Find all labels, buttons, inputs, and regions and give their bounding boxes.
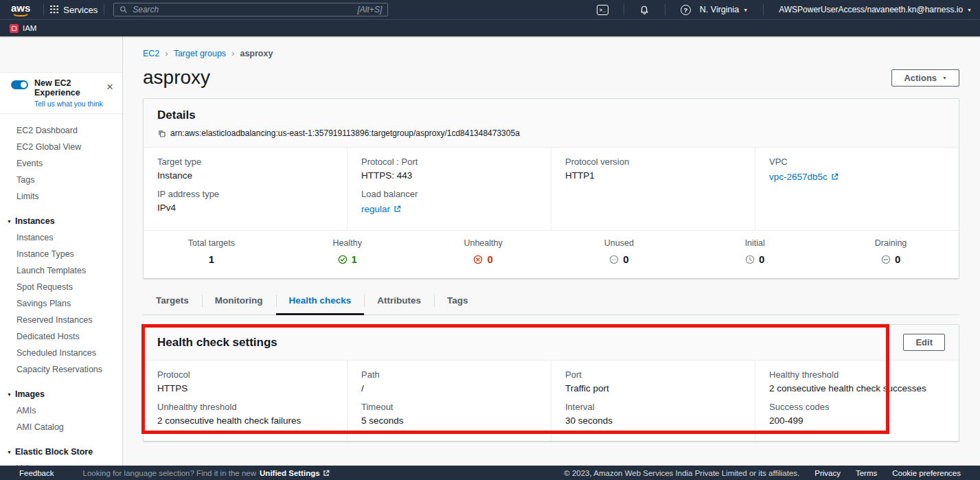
status-unused: Unused0 — [551, 238, 687, 265]
details-card-header: Details arn:aws:elasticloadbalancing:us-… — [144, 99, 959, 148]
region-selector[interactable]: N. Virginia ▼ — [700, 5, 748, 14]
field-label: Port — [565, 369, 741, 380]
status-count: 0 — [487, 253, 492, 265]
divider — [104, 4, 104, 15]
status-unhealthy: Unhealthy0 — [415, 238, 551, 265]
chevron-down-icon: ▼ — [967, 8, 972, 12]
feedback-link[interactable]: Feedback — [19, 469, 54, 477]
health-check-grid: ProtocolHTTPSUnhealthy threshold2 consec… — [144, 361, 959, 441]
services-menu-button[interactable]: Services — [50, 5, 98, 15]
field-port: PortTraffic port — [565, 369, 741, 393]
field-label: Target type — [157, 157, 333, 167]
notifications-bell-icon[interactable] — [639, 5, 650, 15]
footer-link-privacy[interactable]: Privacy — [814, 469, 841, 477]
field-column: Target typeInstanceIP address typeIPv4 — [144, 148, 347, 230]
external-link-icon — [831, 173, 839, 181]
sidebar-section-label: Images — [15, 389, 45, 399]
search-bar[interactable]: [Alt+S] — [113, 3, 388, 16]
chevron-down-icon: ▼ — [942, 76, 947, 80]
sidebar-section-label: Instances — [15, 216, 55, 226]
search-input[interactable] — [133, 5, 352, 14]
status-count: 1 — [352, 253, 357, 265]
external-link-icon — [323, 470, 330, 477]
breadcrumb-separator-icon: › — [231, 48, 234, 58]
tab-targets[interactable]: Targets — [143, 288, 202, 315]
clock-icon — [745, 255, 755, 264]
tell-us-link[interactable]: Tell us what you think — [34, 100, 113, 108]
cloudshell-icon[interactable]: >_ — [597, 5, 608, 15]
sidebar-section-elastic-block-store[interactable]: ▼Elastic Block Store — [0, 444, 122, 460]
breadcrumb-target-groups[interactable]: Target groups — [174, 49, 226, 58]
unified-settings-link[interactable]: Unified Settings — [260, 469, 330, 477]
edit-button[interactable]: Edit — [903, 334, 945, 351]
favorites-item-iam[interactable]: IAM — [10, 24, 36, 33]
sidebar-item-events[interactable]: Events — [0, 155, 122, 172]
tab-health-checks[interactable]: Health checks — [276, 288, 365, 315]
field-vpc: VPCvpc-2657db5c — [769, 157, 945, 183]
tab-attributes[interactable]: Attributes — [364, 288, 434, 315]
sidebar-item-ami-catalog[interactable]: AMI Catalog — [0, 419, 122, 435]
sidebar-section-label: Elastic Block Store — [15, 447, 93, 457]
status-count: 1 — [209, 253, 214, 265]
field-label: VPC — [769, 157, 945, 167]
tab-monitoring[interactable]: Monitoring — [202, 288, 276, 315]
sidebar-item-scheduled-instances[interactable]: Scheduled Instances — [0, 345, 122, 361]
sidebar-item-instance-types[interactable]: Instance Types — [0, 246, 122, 262]
sidebar-item-spot-requests[interactable]: Spot Requests — [0, 279, 122, 295]
search-icon — [119, 5, 128, 14]
field-value-link[interactable]: vpc-2657db5c — [769, 172, 839, 182]
help-icon[interactable]: ? — [681, 5, 691, 15]
chevron-down-icon: ▼ — [743, 8, 748, 12]
sidebar-item-amis[interactable]: AMIs — [0, 402, 122, 419]
new-experience-toggle[interactable] — [11, 80, 28, 89]
sidebar-section-images[interactable]: ▼Images — [0, 386, 122, 402]
sidebar-item-tags[interactable]: Tags — [0, 172, 122, 188]
iam-service-icon — [10, 24, 19, 33]
details-title: Details — [157, 108, 945, 122]
aws-logo[interactable]: aws — [7, 1, 37, 19]
divider — [624, 4, 624, 15]
footer: Feedback Looking for language selection?… — [0, 466, 980, 480]
breadcrumb-ec2[interactable]: EC2 — [143, 49, 159, 58]
copy-icon[interactable] — [157, 129, 166, 138]
sidebar-item-reserved-instances[interactable]: Reserved Instances — [0, 312, 122, 328]
sidebar-item-savings-plans[interactable]: Savings Plans — [0, 295, 122, 312]
field-protocol-version: Protocol versionHTTP1 — [565, 157, 741, 181]
field-value: 200-499 — [769, 415, 945, 426]
field-unhealthy-threshold: Unhealthy threshold2 consecutive health … — [157, 402, 333, 426]
sidebar-item-capacity-reservations[interactable]: Capacity Reservations — [0, 361, 122, 378]
sidebar-item-ec2-dashboard[interactable]: EC2 Dashboard — [0, 122, 122, 139]
field-label: Healthy threshold — [769, 369, 945, 380]
field-label: Success codes — [769, 402, 945, 412]
chevron-down-icon: ▼ — [7, 450, 12, 455]
field-value: 2 consecutive health check successes — [769, 383, 945, 393]
status-count: 0 — [623, 253, 628, 265]
footer-link-cookie-preferences[interactable]: Cookie preferences — [892, 469, 961, 477]
sidebar-spacer — [0, 36, 122, 72]
field-column: PortTraffic portInterval30 seconds — [551, 361, 755, 441]
sidebar-item-instances[interactable]: Instances — [0, 229, 122, 246]
field-path: Path/ — [361, 369, 537, 393]
page-title: asproxy — [143, 67, 210, 89]
sidebar-item-dedicated-hosts[interactable]: Dedicated Hosts — [0, 328, 122, 345]
tab-tags[interactable]: Tags — [434, 288, 481, 315]
arn-value: arn:aws:elasticloadbalancing:us-east-1:3… — [170, 128, 520, 138]
account-menu[interactable]: AWSPowerUserAccess/navaneeth.kn@harness.… — [779, 5, 972, 14]
status-count: 0 — [759, 253, 764, 265]
sidebar-item-ec2-global-view[interactable]: EC2 Global View — [0, 139, 122, 155]
sidebar-section-instances[interactable]: ▼Instances — [0, 213, 122, 229]
link-text: regular — [361, 204, 390, 214]
close-icon[interactable]: × — [106, 81, 113, 93]
status-value: 0 — [415, 253, 551, 265]
field-value: HTTP1 — [565, 170, 741, 181]
field-value-link[interactable]: regular — [361, 204, 401, 214]
actions-button[interactable]: Actions ▼ — [891, 69, 959, 87]
sidebar-item-launch-templates[interactable]: Launch Templates — [0, 262, 122, 279]
field-protocol: ProtocolHTTPS — [157, 369, 333, 393]
external-link-icon — [394, 205, 401, 213]
footer-link-terms[interactable]: Terms — [856, 469, 877, 477]
sidebar-item-limits[interactable]: Limits — [0, 188, 122, 205]
ellipsis-circle-icon — [609, 255, 619, 264]
field-protocol-port: Protocol : PortHTTPS: 443 — [361, 157, 537, 181]
field-label: Protocol : Port — [361, 157, 537, 167]
